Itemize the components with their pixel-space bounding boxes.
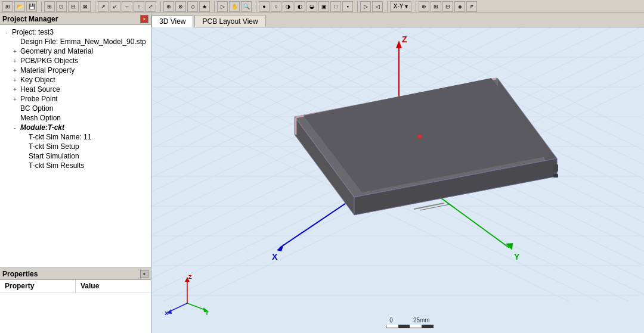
tree-item-11[interactable]: T-ckt Sim Name: 11 <box>0 132 151 142</box>
tree-expander-3[interactable]: + <box>11 57 19 65</box>
scale-bar: 0 25mm <box>386 317 434 328</box>
project-manager: Project Manager × -Project: test3Design … <box>0 13 151 267</box>
tree-expander-5[interactable]: + <box>11 76 19 84</box>
toolbar-btn-12[interactable]: ◇ <box>187 1 198 12</box>
tree-item-6[interactable]: +Heat Source <box>0 85 151 94</box>
project-manager-close-button[interactable]: × <box>140 15 148 23</box>
toolbar-btn-24[interactable]: ⊕ <box>419 1 429 12</box>
property-col-header: Property <box>0 280 76 292</box>
toolbar-btn-3[interactable]: ⊟ <box>68 1 79 12</box>
properties-header-row: Property Value <box>0 280 151 292</box>
toolbar-btn-coord[interactable]: X-Y ▾ <box>390 1 411 12</box>
properties-close-button[interactable]: × <box>140 270 148 278</box>
toolbar-btn-14[interactable]: ● <box>259 1 270 12</box>
tree-expander-4[interactable]: + <box>11 66 19 74</box>
tree-spacer-11 <box>19 133 27 141</box>
tree-item-3[interactable]: +PCB/PKG Objects <box>0 56 151 66</box>
toolbar-btn-1[interactable]: ⊞ <box>44 1 55 12</box>
tree-label-3: PCB/PKG Objects <box>20 57 78 65</box>
toolbar-btn-pan[interactable]: ✋ <box>229 1 240 12</box>
toolbar-btn-8[interactable]: ↕ <box>134 1 144 12</box>
tree-label-0: Project: test3 <box>12 28 54 36</box>
tree-label-8: BC Option <box>20 104 53 113</box>
tree-expander-10[interactable]: - <box>11 123 19 132</box>
toolbar-btn-16[interactable]: ◑ <box>283 1 293 12</box>
svg-point-59 <box>417 134 422 139</box>
toolbar-btn-9[interactable]: ⤢ <box>145 1 156 12</box>
toolbar-btn-26[interactable]: ⊟ <box>442 1 453 12</box>
toolbar-sep-4 <box>212 1 215 12</box>
toolbar-sep-3 <box>159 1 161 12</box>
toolbar-btn-7[interactable]: ↔ <box>122 1 132 12</box>
scale-value: 25mm <box>413 317 430 323</box>
tree-label-2: Geometry and Material <box>20 47 93 55</box>
toolbar-btn-21[interactable]: ▪ <box>342 1 353 12</box>
properties-table: Property Value <box>0 280 151 333</box>
toolbar-btn-20[interactable]: □ <box>330 1 341 12</box>
tree-item-5[interactable]: +Key Object <box>0 75 151 85</box>
tree-item-4[interactable]: +Material Property <box>0 66 151 75</box>
value-col-header: Value <box>76 280 151 292</box>
tree-label-9: Mesh Option <box>20 114 61 122</box>
toolbar-btn-27[interactable]: ◈ <box>454 1 465 12</box>
toolbar-btn-open[interactable]: 📂 <box>14 1 25 12</box>
tree-expander-6[interactable]: + <box>11 85 19 94</box>
tree-item-12[interactable]: T-ckt Sim Setup <box>0 142 151 151</box>
phone-3d-model <box>187 39 605 278</box>
scale-seg-4 <box>422 325 434 328</box>
tree-item-2[interactable]: +Geometry and Material <box>0 46 151 56</box>
project-manager-title: Project Manager <box>2 15 58 23</box>
tree-label-1: Design File: Emma_New_Model_90.stp <box>20 38 146 46</box>
toolbar-btn-save[interactable]: 💾 <box>26 1 37 12</box>
tree-item-13[interactable]: Start Simulation <box>0 151 151 161</box>
toolbar-btn-18[interactable]: ◒ <box>306 1 317 12</box>
tree-expander-2[interactable]: + <box>11 47 19 55</box>
project-manager-header: Project Manager × <box>0 13 151 25</box>
toolbar-btn-new[interactable]: ⊞ <box>2 1 13 12</box>
toolbar-btn-select[interactable]: ▷ <box>217 1 228 12</box>
tree-label-12: T-ckt Sim Setup <box>29 142 79 151</box>
toolbar-btn-25[interactable]: ⊞ <box>431 1 441 12</box>
properties-header: Properties × <box>0 268 151 280</box>
tree-spacer-12 <box>19 142 27 151</box>
tree-item-10[interactable]: -Module:T-ckt <box>0 123 151 132</box>
tab-3d-view[interactable]: 3D View <box>151 15 193 27</box>
toolbar-btn-6[interactable]: ↙ <box>110 1 120 12</box>
tree-spacer-1 <box>11 38 19 46</box>
tree-expander-0[interactable]: - <box>2 28 11 36</box>
toolbar-btn-10[interactable]: ⊕ <box>163 1 174 12</box>
tree-expander-7[interactable]: + <box>11 95 19 103</box>
svg-rect-61 <box>553 174 558 178</box>
tree-label-7: Probe Point <box>20 95 58 103</box>
toolbar-btn-5[interactable]: ↗ <box>98 1 109 12</box>
tree-label-11: T-ckt Sim Name: 11 <box>29 133 91 141</box>
toolbar-btn-4[interactable]: ⊠ <box>80 1 91 12</box>
tree-item-7[interactable]: +Probe Point <box>0 94 151 104</box>
tree-spacer-9 <box>11 114 19 122</box>
tree-label-13: Start Simulation <box>29 152 79 160</box>
toolbar-btn-zoom[interactable]: 🔍 <box>241 1 252 12</box>
toolbar-btn-17[interactable]: ◐ <box>295 1 305 12</box>
toolbar-sep-6 <box>355 1 358 12</box>
toolbar-btn-13[interactable]: ★ <box>199 1 210 12</box>
tree-label-14: T-ckt Sim Results <box>29 161 84 170</box>
toolbar-sep-5 <box>254 1 256 12</box>
toolbar-sep-8 <box>414 1 416 12</box>
toolbar-btn-2[interactable]: ⊡ <box>56 1 67 12</box>
toolbar-btn-23[interactable]: ◁ <box>372 1 383 12</box>
toolbar-btn-15[interactable]: ○ <box>271 1 281 12</box>
viewport: 3D View PCB Layout View <box>151 13 644 333</box>
tab-pcb-layout-view[interactable]: PCB Layout View <box>194 15 265 27</box>
tree-item-1[interactable]: Design File: Emma_New_Model_90.stp <box>0 37 151 46</box>
tree-item-14[interactable]: T-ckt Sim Results <box>0 161 151 170</box>
tree-item-0[interactable]: -Project: test3 <box>0 27 151 37</box>
properties-title: Properties <box>2 270 38 278</box>
canvas-area[interactable]: Z X Y <box>151 27 644 333</box>
toolbar-btn-22[interactable]: ▷ <box>360 1 371 12</box>
toolbar-btn-19[interactable]: ▣ <box>318 1 329 12</box>
tree-item-9[interactable]: Mesh Option <box>0 113 151 123</box>
toolbar-btn-11[interactable]: ⊗ <box>175 1 186 12</box>
main-layout: Project Manager × -Project: test3Design … <box>0 13 644 333</box>
toolbar-btn-28[interactable]: # <box>466 1 477 12</box>
tree-item-8[interactable]: BC Option <box>0 104 151 113</box>
